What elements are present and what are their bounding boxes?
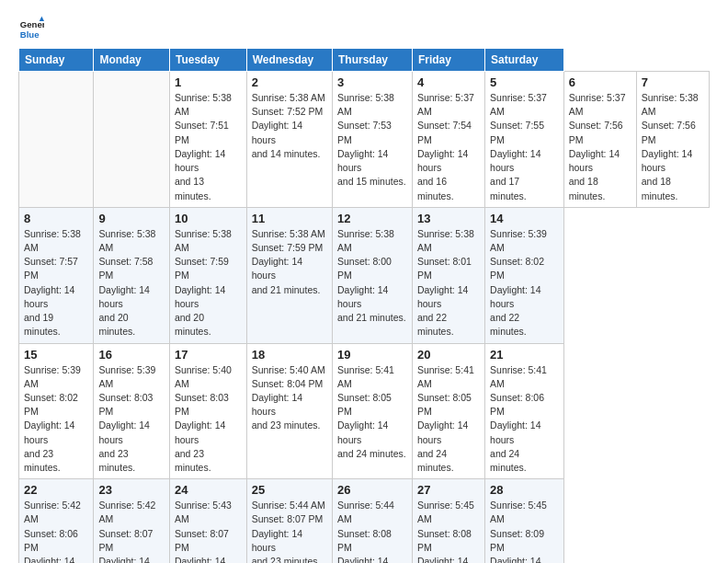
day-detail: Sunrise: 5:45 AMSunset: 8:08 PMDaylight:… bbox=[417, 499, 480, 563]
day-detail-line: Sunset: 8:02 PM bbox=[490, 255, 559, 282]
day-detail-line: Sunrise: 5:45 AM bbox=[490, 499, 559, 526]
day-number: 12 bbox=[337, 212, 407, 225]
day-detail-line: Sunrise: 5:37 AM bbox=[417, 91, 480, 119]
day-detail-line: Sunrise: 5:38 AM bbox=[417, 227, 480, 255]
day-detail-line: Sunset: 7:57 PM bbox=[24, 255, 88, 282]
day-detail-line: Sunrise: 5:41 AM bbox=[337, 363, 407, 391]
day-detail: Sunrise: 5:39 AMSunset: 8:03 PMDaylight:… bbox=[98, 363, 164, 476]
calendar-cell: 22Sunrise: 5:42 AMSunset: 8:06 PMDayligh… bbox=[19, 479, 94, 563]
day-detail: Sunrise: 5:44 AMSunset: 8:08 PMDaylight:… bbox=[337, 499, 407, 563]
day-detail-line: Sunset: 8:03 PM bbox=[175, 391, 242, 419]
day-detail-line: Sunrise: 5:38 AM bbox=[252, 227, 327, 241]
calendar-cell: 4Sunrise: 5:37 AMSunset: 7:54 PMDaylight… bbox=[412, 72, 484, 208]
day-number: 25 bbox=[252, 483, 327, 497]
day-detail: Sunrise: 5:38 AMSunset: 7:53 PMDaylight:… bbox=[337, 91, 407, 190]
day-detail-line: and 23 minutes. bbox=[98, 447, 164, 475]
day-detail-line: Sunset: 8:05 PM bbox=[337, 391, 407, 419]
day-number: 5 bbox=[490, 75, 559, 89]
day-detail-line: and 21 minutes. bbox=[337, 311, 407, 325]
day-detail-line: Sunrise: 5:38 AM bbox=[337, 227, 407, 255]
weekday-header-thursday: Thursday bbox=[333, 49, 413, 72]
day-detail: Sunrise: 5:42 AMSunset: 8:06 PMDaylight:… bbox=[24, 499, 88, 563]
calendar-cell: 2Sunrise: 5:38 AMSunset: 7:52 PMDaylight… bbox=[246, 72, 332, 208]
day-detail-line: Sunrise: 5:41 AM bbox=[417, 363, 480, 391]
day-number: 10 bbox=[175, 212, 242, 225]
day-detail-line: Daylight: 14 hours bbox=[24, 419, 88, 446]
day-detail-line: Daylight: 14 hours bbox=[252, 391, 327, 419]
calendar-cell bbox=[19, 72, 94, 208]
day-detail-line: Sunrise: 5:38 AM bbox=[175, 227, 242, 255]
calendar-cell: 18Sunrise: 5:40 AMSunset: 8:04 PMDayligh… bbox=[246, 343, 332, 479]
day-detail-line: Sunset: 8:04 PM bbox=[252, 377, 327, 391]
day-number: 19 bbox=[337, 348, 407, 362]
day-number: 21 bbox=[490, 348, 559, 362]
day-detail: Sunrise: 5:38 AMSunset: 7:57 PMDaylight:… bbox=[24, 227, 88, 339]
day-number: 20 bbox=[417, 348, 480, 362]
day-number: 1 bbox=[175, 75, 242, 89]
day-detail-line: Sunrise: 5:37 AM bbox=[569, 91, 631, 119]
day-detail-line: Sunset: 8:05 PM bbox=[417, 391, 480, 419]
day-detail-line: Daylight: 14 hours bbox=[337, 147, 407, 175]
calendar-week-4: 22Sunrise: 5:42 AMSunset: 8:06 PMDayligh… bbox=[19, 479, 710, 563]
day-detail-line: Daylight: 14 hours bbox=[175, 147, 242, 175]
day-detail-line: Sunset: 7:59 PM bbox=[175, 255, 242, 282]
day-number: 7 bbox=[642, 75, 704, 89]
calendar-cell: 19Sunrise: 5:41 AMSunset: 8:05 PMDayligh… bbox=[333, 343, 413, 479]
calendar-week-1: 1Sunrise: 5:38 AMSunset: 7:51 PMDaylight… bbox=[19, 72, 710, 208]
day-detail-line: Sunset: 8:03 PM bbox=[98, 391, 164, 419]
day-detail-line: and 16 minutes. bbox=[417, 175, 480, 202]
day-detail-line: Daylight: 14 hours bbox=[337, 555, 407, 563]
svg-text:Blue: Blue bbox=[20, 29, 40, 40]
day-detail-line: Daylight: 14 hours bbox=[98, 555, 164, 563]
day-detail-line: and 23 minutes. bbox=[252, 419, 327, 432]
day-detail-line: Sunset: 8:00 PM bbox=[337, 255, 407, 282]
logo: General Blue bbox=[18, 15, 44, 40]
calendar-cell: 3Sunrise: 5:38 AMSunset: 7:53 PMDaylight… bbox=[333, 72, 413, 208]
day-detail-line: and 18 minutes. bbox=[642, 175, 704, 202]
day-detail: Sunrise: 5:41 AMSunset: 8:05 PMDaylight:… bbox=[337, 363, 407, 462]
day-detail-line: and 23 minutes. bbox=[24, 447, 88, 475]
day-number: 11 bbox=[252, 212, 327, 225]
calendar-cell: 17Sunrise: 5:40 AMSunset: 8:03 PMDayligh… bbox=[169, 343, 246, 479]
calendar-cell bbox=[94, 72, 169, 208]
calendar-cell: 11Sunrise: 5:38 AMSunset: 7:59 PMDayligh… bbox=[246, 207, 332, 343]
day-detail-line: Sunrise: 5:38 AM bbox=[337, 91, 407, 119]
day-detail-line: Sunset: 8:06 PM bbox=[490, 391, 559, 419]
day-detail-line: Daylight: 14 hours bbox=[417, 419, 480, 446]
day-detail-line: Sunrise: 5:42 AM bbox=[98, 499, 164, 526]
day-detail-line: Sunrise: 5:38 AM bbox=[252, 91, 327, 105]
day-number: 17 bbox=[175, 348, 242, 362]
day-detail-line: Sunset: 7:56 PM bbox=[569, 119, 631, 146]
day-detail-line: and 24 minutes. bbox=[417, 447, 480, 475]
day-detail-line: Sunrise: 5:44 AM bbox=[337, 499, 407, 526]
day-detail-line: Daylight: 14 hours bbox=[98, 419, 164, 446]
calendar-table: SundayMondayTuesdayWednesdayThursdayFrid… bbox=[18, 48, 710, 563]
calendar-cell: 12Sunrise: 5:38 AMSunset: 8:00 PMDayligh… bbox=[333, 207, 413, 343]
day-detail-line: and 20 minutes. bbox=[98, 311, 164, 339]
day-detail-line: Sunrise: 5:41 AM bbox=[490, 363, 559, 391]
calendar-cell: 14Sunrise: 5:39 AMSunset: 8:02 PMDayligh… bbox=[485, 207, 564, 343]
calendar-cell: 24Sunrise: 5:43 AMSunset: 8:07 PMDayligh… bbox=[169, 479, 246, 563]
calendar-cell: 26Sunrise: 5:44 AMSunset: 8:08 PMDayligh… bbox=[333, 479, 413, 563]
day-detail-line: Daylight: 14 hours bbox=[417, 555, 480, 563]
calendar-cell: 20Sunrise: 5:41 AMSunset: 8:05 PMDayligh… bbox=[412, 343, 484, 479]
day-detail-line: Sunset: 8:08 PM bbox=[417, 527, 480, 555]
day-detail-line: Sunset: 8:07 PM bbox=[98, 527, 164, 555]
day-detail-line: Sunset: 7:52 PM bbox=[252, 105, 327, 119]
day-detail-line: Daylight: 14 hours bbox=[24, 283, 88, 311]
calendar-week-3: 15Sunrise: 5:39 AMSunset: 8:02 PMDayligh… bbox=[19, 343, 710, 479]
calendar-cell: 23Sunrise: 5:42 AMSunset: 8:07 PMDayligh… bbox=[94, 479, 169, 563]
day-detail-line: Sunset: 7:56 PM bbox=[642, 119, 704, 146]
calendar-cell: 15Sunrise: 5:39 AMSunset: 8:02 PMDayligh… bbox=[19, 343, 94, 479]
calendar-cell: 25Sunrise: 5:44 AMSunset: 8:07 PMDayligh… bbox=[246, 479, 332, 563]
day-detail-line: Sunset: 8:07 PM bbox=[175, 527, 242, 555]
day-detail-line: Daylight: 14 hours bbox=[490, 283, 559, 311]
day-detail: Sunrise: 5:41 AMSunset: 8:06 PMDaylight:… bbox=[490, 363, 559, 476]
page-header: General Blue bbox=[18, 15, 710, 40]
day-detail-line: Sunset: 7:51 PM bbox=[175, 119, 242, 146]
day-detail-line: and 21 minutes. bbox=[252, 283, 327, 297]
day-detail: Sunrise: 5:38 AMSunset: 8:01 PMDaylight:… bbox=[417, 227, 480, 339]
calendar-cell: 10Sunrise: 5:38 AMSunset: 7:59 PMDayligh… bbox=[169, 207, 246, 343]
day-number: 6 bbox=[569, 75, 631, 89]
day-detail-line: Daylight: 14 hours bbox=[175, 283, 242, 311]
